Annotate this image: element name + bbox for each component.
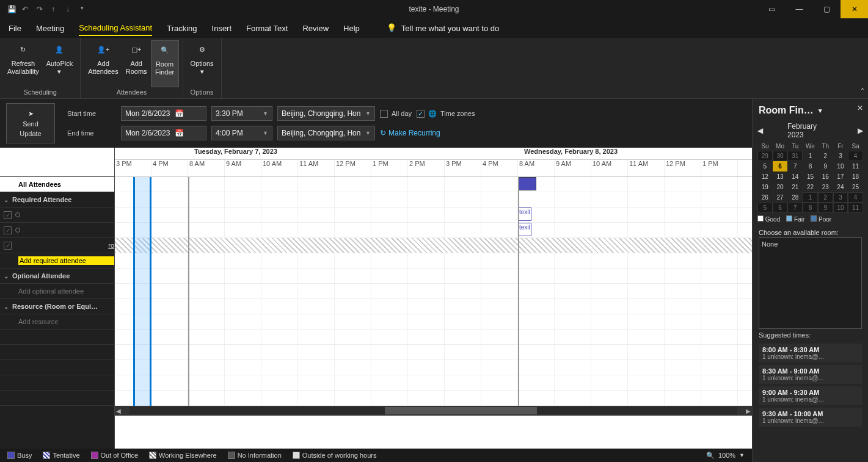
suggested-time-slot[interactable]: 8:30 AM - 9:00 AM1 unknown: inema@… <box>759 365 862 384</box>
tab-insert[interactable]: Insert <box>212 21 232 35</box>
suggested-time-slot[interactable]: 9:30 AM - 10:00 AM1 unknown: inema@… <box>759 408 862 427</box>
qat-dropdown-icon[interactable]: ▾ <box>81 5 89 13</box>
calendar-day[interactable]: 3 <box>833 192 848 203</box>
calendar-day[interactable]: 31 <box>787 151 803 161</box>
next-month-icon[interactable]: ▶ <box>858 126 863 135</box>
start-tz-field[interactable]: Beijing, Chongqing, Hon▼ <box>277 106 375 121</box>
tab-review[interactable]: Review <box>302 21 329 35</box>
calendar-day[interactable]: 27 <box>773 192 788 203</box>
tab-scheduling-assistant[interactable]: Scheduling Assistant <box>79 21 152 36</box>
tell-me-search[interactable]: 💡Tell me what you want to do <box>387 23 499 33</box>
calendar-day[interactable]: 7 <box>787 203 803 213</box>
calendar-day[interactable]: 1 <box>803 151 818 161</box>
available-room-list[interactable]: None <box>759 237 862 329</box>
undo-icon[interactable]: ↶ <box>22 5 31 13</box>
calendar-day[interactable]: 4 <box>848 192 863 203</box>
calendar-day[interactable]: 11 <box>848 203 863 213</box>
suggested-time-slot[interactable]: 8:00 AM - 8:30 AM1 unknown: inema@… <box>759 344 862 363</box>
calendar-day[interactable]: 1 <box>803 192 818 203</box>
options-button[interactable]: ⚙Options ▾ <box>187 40 217 87</box>
add-required-attendee-input[interactable] <box>0 253 114 269</box>
close-pane-icon[interactable]: ✕ <box>857 104 863 112</box>
calendar-day[interactable]: 24 <box>833 182 848 192</box>
calendar-day[interactable]: 16 <box>818 171 833 182</box>
tab-format-text[interactable]: Format Text <box>246 21 288 35</box>
calendar-day[interactable]: 14 <box>787 171 803 182</box>
attendee-row[interactable] <box>0 223 114 238</box>
redo-icon[interactable]: ↷ <box>37 5 45 13</box>
calendar-day[interactable]: 3 <box>833 151 848 161</box>
calendar-day[interactable]: 2 <box>818 151 833 161</box>
attendee-row[interactable] <box>0 208 114 223</box>
resource-header[interactable]: ⌄Resource (Room or Equi… <box>0 299 114 314</box>
zoom-control[interactable]: 🔍 100% ▼ <box>706 452 745 460</box>
busy-event[interactable]: texit <box>518 208 531 221</box>
calendar-day[interactable]: 23 <box>818 182 833 192</box>
maximize-button[interactable]: ▢ <box>813 0 841 18</box>
selected-time-band[interactable] <box>133 177 151 406</box>
calendar-day[interactable]: 5 <box>757 161 773 171</box>
time-zones-checkbox[interactable]: 🌐Time zones <box>417 110 475 118</box>
end-time-field[interactable]: 4:00 PM▼ <box>211 126 272 140</box>
tab-file[interactable]: File <box>9 21 21 35</box>
collapse-ribbon-icon[interactable]: ˄ <box>861 87 864 96</box>
start-date-field[interactable]: Mon 2/6/2023📅 <box>121 106 206 121</box>
ribbon-display-icon[interactable]: ▭ <box>758 0 786 18</box>
add-attendees-button[interactable]: 👤+AddAttendees <box>84 40 122 87</box>
calendar-day[interactable]: 19 <box>757 182 773 192</box>
add-optional-attendee-input[interactable] <box>0 284 114 299</box>
calendar-day[interactable]: 17 <box>833 171 848 182</box>
calendar-day[interactable]: 7 <box>787 161 803 171</box>
attendee-row[interactable]: ro <box>0 238 114 253</box>
required-attendee-header[interactable]: ⌄Required Attendee <box>0 192 114 208</box>
calendar-day[interactable]: 18 <box>848 171 863 182</box>
calendar-day[interactable]: 6 <box>773 161 788 171</box>
calendar-day[interactable]: 21 <box>787 182 803 192</box>
end-date-field[interactable]: Mon 2/6/2023📅 <box>121 126 206 140</box>
calendar-day[interactable]: 20 <box>773 182 788 192</box>
tab-meeting[interactable]: Meeting <box>36 21 64 35</box>
optional-attendee-header[interactable]: ⌄Optional Attendee <box>0 269 114 284</box>
add-rooms-button[interactable]: ▢+AddRooms <box>122 40 151 87</box>
horizontal-scrollbar[interactable]: ◀ ▶ <box>115 406 752 416</box>
calendar-day[interactable]: 15 <box>803 171 818 182</box>
calendar-day[interactable]: 10 <box>833 203 848 213</box>
calendar-icon[interactable]: 📅 <box>175 129 184 137</box>
availability-grid[interactable]: Tuesday, February 7, 2023 Wednesday, Feb… <box>115 148 752 449</box>
calendar-day[interactable]: 2 <box>818 192 833 203</box>
save-icon[interactable]: 💾 <box>7 5 16 13</box>
calendar-day[interactable]: 22 <box>803 182 818 192</box>
calendar-grid[interactable]: SuMoTuWeThFrSa29303112345678910111213141… <box>757 142 863 213</box>
calendar-day[interactable]: 8 <box>803 203 818 213</box>
start-time-field[interactable]: 3:30 PM▼ <box>211 106 272 121</box>
prev-month-icon[interactable]: ◀ <box>757 126 763 135</box>
make-recurring-link[interactable]: ↻Make Recurring <box>380 129 440 137</box>
calendar-day[interactable]: 29 <box>757 151 773 161</box>
calendar-day[interactable]: 13 <box>773 171 788 182</box>
calendar-day[interactable]: 26 <box>757 192 773 203</box>
room-finder-button[interactable]: 🔍RoomFinder <box>151 40 179 87</box>
suggested-time-slot[interactable]: 9:00 AM - 9:30 AM1 unknown: inema@… <box>759 386 862 405</box>
calendar-day[interactable]: 5 <box>757 203 773 213</box>
calendar-day[interactable]: 11 <box>848 161 863 171</box>
end-tz-field[interactable]: Beijing, Chongqing, Hon▼ <box>277 126 375 140</box>
calendar-day[interactable]: 4 <box>848 151 863 161</box>
up-icon[interactable]: ↑ <box>51 5 60 13</box>
down-icon[interactable]: ↓ <box>66 5 75 13</box>
close-button[interactable]: ✕ <box>841 0 868 18</box>
calendar-day[interactable]: 9 <box>818 161 833 171</box>
calendar-day[interactable]: 28 <box>787 192 803 203</box>
chevron-down-icon[interactable]: ▼ <box>817 107 823 114</box>
autopick-button[interactable]: 👤AutoPick ▾ <box>43 40 76 87</box>
busy-event[interactable]: texit <box>518 223 531 236</box>
calendar-icon[interactable]: 📅 <box>175 109 184 118</box>
add-resource-input[interactable] <box>0 314 114 330</box>
all-day-checkbox[interactable]: All day <box>380 110 412 118</box>
calendar-day[interactable]: 10 <box>833 161 848 171</box>
minimize-button[interactable]: — <box>786 0 813 18</box>
calendar-day[interactable]: 6 <box>773 203 788 213</box>
refresh-button[interactable]: ↻RefreshAvailability <box>4 40 43 87</box>
calendar-day[interactable]: 9 <box>818 203 833 213</box>
calendar-day[interactable]: 8 <box>803 161 818 171</box>
calendar-day[interactable]: 25 <box>848 182 863 192</box>
